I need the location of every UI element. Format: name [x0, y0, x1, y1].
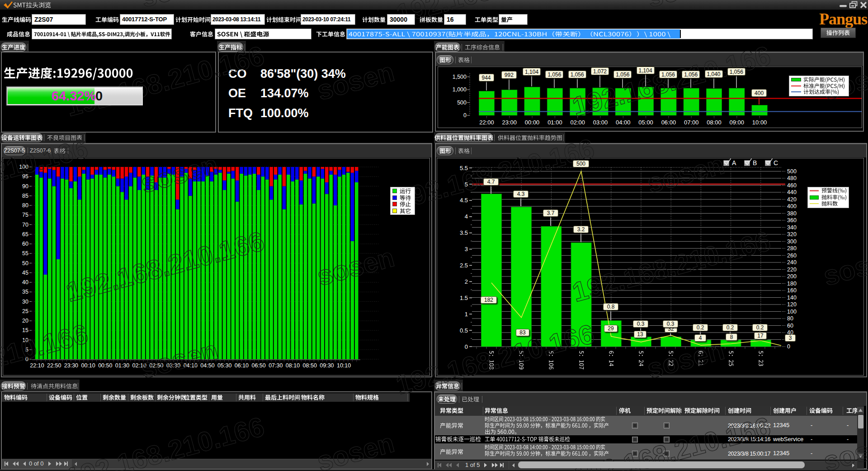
svg-text:200: 200 — [787, 273, 797, 280]
svg-text:260: 260 — [787, 252, 797, 259]
svg-text:09:30: 09:30 — [320, 362, 334, 369]
svg-text:90: 90 — [22, 183, 28, 190]
svg-text:440: 440 — [787, 189, 797, 195]
svg-text:22:10: 22:10 — [30, 362, 44, 369]
svg-text:280: 280 — [787, 245, 797, 252]
svg-text:2: 2 — [465, 278, 468, 285]
svg-text:04:00: 04:00 — [616, 119, 631, 126]
svg-text:340: 340 — [787, 224, 797, 231]
svg-text:360: 360 — [787, 217, 797, 224]
svg-text:40: 40 — [22, 279, 28, 285]
svg-text:22:50: 22:50 — [47, 362, 61, 369]
svg-text:07:30: 07:30 — [269, 362, 283, 369]
svg-text:5.5: 5.5 — [460, 165, 468, 171]
svg-text:120: 120 — [787, 301, 797, 308]
svg-text:380: 380 — [787, 210, 797, 217]
svg-text:3: 3 — [465, 246, 468, 252]
svg-text:50: 50 — [22, 260, 28, 266]
svg-text:10: 10 — [22, 337, 28, 343]
svg-text:02:00: 02:00 — [570, 119, 585, 126]
svg-text:15: 15 — [22, 327, 28, 333]
svg-text:65: 65 — [22, 231, 28, 238]
svg-text:140: 140 — [787, 295, 797, 301]
svg-text:100: 100 — [19, 164, 28, 170]
svg-text:30: 30 — [22, 299, 28, 305]
svg-text:01:00: 01:00 — [547, 119, 562, 126]
svg-text:0: 0 — [787, 343, 790, 350]
svg-text:00:50: 00:50 — [98, 362, 112, 369]
svg-text:500: 500 — [787, 168, 797, 175]
svg-text:60: 60 — [22, 241, 28, 247]
svg-text:220: 220 — [787, 266, 797, 273]
svg-text:2.5: 2.5 — [460, 262, 468, 269]
svg-text:08:10: 08:10 — [286, 362, 300, 369]
svg-text:480: 480 — [787, 175, 797, 181]
svg-text:160: 160 — [787, 287, 797, 294]
svg-text:05:30: 05:30 — [217, 362, 231, 369]
svg-text:1.5: 1.5 — [460, 295, 468, 301]
svg-text:22:00: 22:00 — [479, 119, 494, 126]
svg-text:03:00: 03:00 — [593, 119, 608, 126]
svg-text:400: 400 — [787, 203, 797, 209]
svg-text:25: 25 — [22, 308, 28, 314]
svg-text:3.5: 3.5 — [460, 229, 468, 236]
svg-text:07:00: 07:00 — [684, 119, 699, 126]
svg-text:00:00: 00:00 — [525, 119, 540, 126]
svg-text:0.5: 0.5 — [460, 327, 468, 334]
svg-text:45: 45 — [22, 270, 28, 276]
svg-text:00:10: 00:10 — [81, 362, 95, 369]
svg-text:05:00: 05:00 — [638, 119, 653, 126]
svg-text:20: 20 — [22, 318, 28, 324]
svg-text:08:00: 08:00 — [707, 119, 722, 126]
svg-text:23:30: 23:30 — [64, 362, 78, 369]
svg-text:10:10: 10:10 — [337, 362, 351, 369]
svg-text:0: 0 — [465, 343, 468, 350]
svg-text:1,000: 1,000 — [453, 86, 467, 93]
svg-text:500: 500 — [457, 100, 467, 106]
svg-text:04:50: 04:50 — [200, 362, 214, 369]
svg-text:60: 60 — [787, 323, 793, 329]
svg-text:55: 55 — [22, 250, 28, 257]
svg-text:5: 5 — [25, 347, 28, 353]
svg-text:06:00: 06:00 — [661, 119, 676, 126]
svg-text:09:00: 09:00 — [730, 119, 745, 126]
svg-text:0: 0 — [463, 112, 467, 119]
svg-text:04:10: 04:10 — [184, 362, 198, 369]
svg-text:180: 180 — [787, 281, 797, 287]
svg-text:4.5: 4.5 — [460, 197, 468, 204]
svg-text:75: 75 — [22, 212, 28, 218]
svg-text:100: 100 — [787, 309, 797, 315]
svg-text:02:50: 02:50 — [149, 362, 163, 369]
svg-text:80: 80 — [787, 315, 793, 322]
svg-text:320: 320 — [787, 231, 797, 238]
svg-text:23:00: 23:00 — [502, 119, 517, 126]
svg-text:5: 5 — [465, 181, 468, 188]
svg-text:460: 460 — [787, 182, 797, 189]
svg-text:1,500: 1,500 — [453, 74, 467, 80]
svg-text:95: 95 — [22, 173, 28, 180]
svg-text:35: 35 — [22, 289, 28, 295]
svg-text:0: 0 — [25, 356, 28, 362]
svg-text:420: 420 — [787, 196, 797, 203]
svg-text:06:50: 06:50 — [251, 362, 265, 369]
svg-text:10:00: 10:00 — [752, 119, 767, 126]
svg-text:300: 300 — [787, 238, 797, 245]
svg-text:06:10: 06:10 — [235, 362, 249, 369]
svg-text:240: 240 — [787, 259, 797, 266]
svg-text:08:50: 08:50 — [303, 362, 317, 369]
svg-text:03:30: 03:30 — [166, 362, 180, 369]
svg-text:80: 80 — [22, 202, 28, 209]
svg-text:70: 70 — [22, 222, 28, 228]
svg-text:85: 85 — [22, 193, 28, 199]
svg-text:01:30: 01:30 — [115, 362, 129, 369]
svg-text:1: 1 — [465, 311, 468, 318]
svg-text:02:10: 02:10 — [132, 362, 146, 369]
svg-text:4: 4 — [465, 213, 468, 220]
